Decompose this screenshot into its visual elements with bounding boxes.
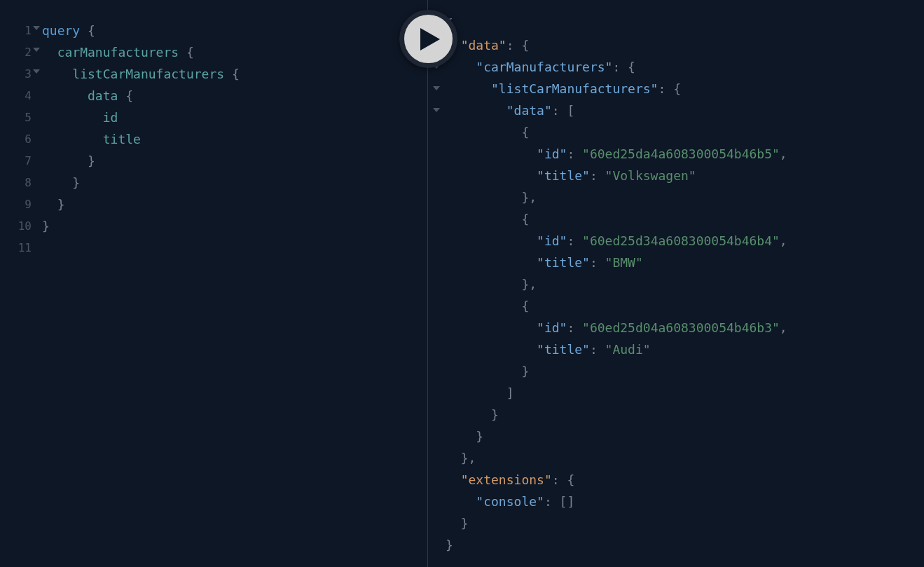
line-number: 8 bbox=[0, 172, 39, 193]
result-line: "extensions": { bbox=[446, 469, 924, 491]
line-number: 5 bbox=[0, 107, 39, 128]
result-line: }, bbox=[446, 447, 924, 469]
line-number: 10 bbox=[0, 215, 39, 237]
code-line[interactable] bbox=[42, 237, 427, 259]
result-line: { bbox=[446, 121, 924, 143]
result-code-area: { "data": { "carManufacturers": { "listC… bbox=[428, 0, 924, 556]
line-number: 6 bbox=[0, 128, 39, 150]
graphql-playground: 1234567891011 query { carManufacturers {… bbox=[0, 0, 924, 567]
result-line: "id": "60ed25d34a608300054b46b4", bbox=[446, 230, 924, 252]
result-line: "title": "Audi" bbox=[446, 339, 924, 360]
line-number: 3 bbox=[0, 63, 39, 85]
line-number: 11 bbox=[0, 237, 39, 259]
result-line: "data": { bbox=[446, 34, 924, 56]
code-line[interactable]: data { bbox=[42, 85, 427, 107]
code-line[interactable]: } bbox=[42, 172, 427, 193]
result-pane: { "data": { "carManufacturers": { "listC… bbox=[428, 0, 924, 567]
code-line[interactable]: title bbox=[42, 128, 427, 150]
code-line[interactable]: } bbox=[42, 193, 427, 215]
result-line: "title": "BMW" bbox=[446, 252, 924, 273]
result-line: }, bbox=[446, 186, 924, 208]
execute-query-button[interactable] bbox=[399, 10, 457, 68]
result-line: } bbox=[446, 425, 924, 447]
code-line[interactable]: id bbox=[42, 107, 427, 128]
play-icon bbox=[420, 28, 440, 50]
code-line[interactable]: listCarManufacturers { bbox=[42, 63, 427, 85]
result-line: "console": [] bbox=[446, 491, 924, 512]
code-line[interactable]: } bbox=[42, 150, 427, 172]
query-editor-pane: 1234567891011 query { carManufacturers {… bbox=[0, 0, 428, 567]
result-line: "id": "60ed25d04a608300054b46b3", bbox=[446, 317, 924, 339]
code-line[interactable]: carManufacturers { bbox=[42, 41, 427, 63]
result-line: "id": "60ed25da4a608300054b46b5", bbox=[446, 143, 924, 165]
fold-toggle-icon[interactable] bbox=[33, 48, 40, 52]
line-number-gutter: 1234567891011 bbox=[0, 0, 39, 259]
fold-gutter bbox=[432, 13, 441, 556]
result-line: "data": [ bbox=[446, 100, 924, 121]
result-line: }, bbox=[446, 273, 924, 295]
fold-toggle-icon[interactable] bbox=[433, 86, 440, 90]
result-line: } bbox=[446, 404, 924, 425]
result-line: ] bbox=[446, 382, 924, 404]
line-number: 2 bbox=[0, 41, 39, 63]
fold-toggle-icon[interactable] bbox=[33, 26, 40, 30]
result-line: { bbox=[446, 295, 924, 317]
line-number: 9 bbox=[0, 193, 39, 215]
line-number: 1 bbox=[0, 20, 39, 41]
line-number: 4 bbox=[0, 85, 39, 107]
result-line: } bbox=[446, 534, 924, 556]
result-line: { bbox=[446, 13, 924, 34]
result-line: } bbox=[446, 360, 924, 382]
line-number: 7 bbox=[0, 150, 39, 172]
result-line: "listCarManufacturers": { bbox=[446, 78, 924, 100]
fold-toggle-icon[interactable] bbox=[433, 108, 440, 112]
result-line: "carManufacturers": { bbox=[446, 56, 924, 78]
result-line: { bbox=[446, 208, 924, 230]
code-line[interactable]: } bbox=[42, 215, 427, 237]
query-code-area[interactable]: query { carManufacturers { listCarManufa… bbox=[0, 0, 427, 259]
result-line: } bbox=[446, 512, 924, 534]
result-line: "title": "Volkswagen" bbox=[446, 165, 924, 186]
fold-toggle-icon[interactable] bbox=[33, 69, 40, 74]
code-line[interactable]: query { bbox=[42, 20, 427, 41]
